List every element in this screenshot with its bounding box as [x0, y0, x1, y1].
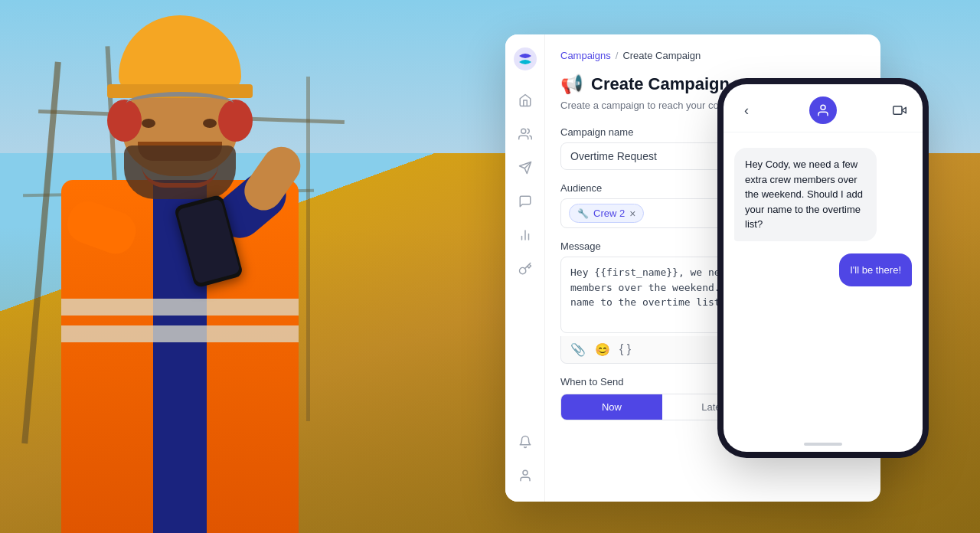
sidebar-item-campaigns[interactable]: [511, 154, 539, 181]
worker-smile: [142, 165, 218, 188]
phone-video-button[interactable]: [889, 100, 910, 121]
sidebar-bottom: [511, 428, 539, 489]
outgoing-message: I'll be there!: [839, 253, 912, 287]
worker-eye-left: [142, 119, 155, 128]
svg-point-1: [521, 129, 525, 133]
sidebar-item-messages[interactable]: [511, 188, 539, 215]
page-emoji: 📢: [560, 74, 583, 95]
send-tab-now[interactable]: Now: [561, 394, 662, 420]
page-title: Create Campaign: [591, 74, 730, 94]
incoming-message: Hey Cody, we need a few extra crew membe…: [734, 148, 877, 241]
audience-tag-label: Crew 2: [593, 208, 625, 219]
home-indicator-area: [724, 437, 923, 452]
audience-tag-crew2[interactable]: 🔧 Crew 2 ×: [569, 204, 644, 223]
sidebar-item-integrations[interactable]: [511, 255, 539, 283]
attach-icon[interactable]: 📎: [570, 342, 586, 357]
breadcrumb-campaigns[interactable]: Campaigns: [560, 50, 611, 61]
svg-point-7: [523, 470, 528, 475]
breadcrumb-current: Create Campaign: [622, 50, 701, 61]
audience-tag-remove[interactable]: ×: [629, 208, 635, 219]
sidebar-item-users[interactable]: [511, 120, 539, 148]
breadcrumb: Campaigns / Create Campaign: [560, 50, 865, 61]
phone-header: ‹: [724, 84, 923, 132]
sidebar-item-analytics[interactable]: [511, 221, 539, 249]
variable-icon[interactable]: { }: [619, 342, 631, 357]
svg-rect-10: [893, 106, 902, 115]
svg-point-0: [514, 47, 537, 70]
hard-hat: [119, 15, 241, 92]
phone-back-button[interactable]: ‹: [736, 100, 757, 121]
breadcrumb-separator: /: [616, 50, 619, 61]
sidebar-item-notifications[interactable]: [511, 428, 539, 456]
home-indicator: [804, 443, 842, 446]
phone-preview: ‹ Hey Cody, we need a few extra crew mem…: [724, 84, 923, 452]
emoji-icon[interactable]: 😊: [595, 342, 610, 357]
sidebar-item-home[interactable]: [511, 87, 539, 114]
phone-messages: Hey Cody, we need a few extra crew membe…: [724, 132, 923, 437]
worker-eye-right: [203, 119, 217, 128]
crew-icon: 🔧: [577, 208, 589, 219]
phone-avatar: [809, 96, 837, 124]
svg-point-8: [821, 105, 825, 110]
worker-photo: [0, 0, 505, 533]
app-logo[interactable]: [513, 47, 537, 71]
sidebar: [505, 34, 545, 502]
svg-marker-9: [902, 107, 906, 113]
sidebar-item-profile[interactable]: [511, 462, 539, 489]
